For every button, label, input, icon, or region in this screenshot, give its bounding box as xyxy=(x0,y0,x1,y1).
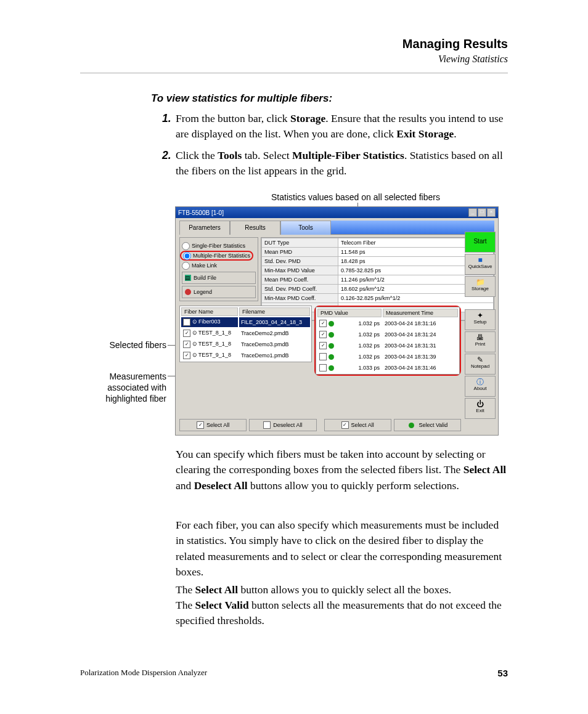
print-icon: 🖶 xyxy=(465,334,495,341)
app-screenshot: FTB-5500B [1-0] _ □ × Parameters Results… xyxy=(175,206,499,436)
page-section-title: Managing Results xyxy=(402,37,508,51)
build-file-button[interactable]: ▤Build File xyxy=(182,272,256,284)
body-paragraph: The Select Valid button selects all the … xyxy=(176,598,508,629)
legend-icon xyxy=(185,289,191,295)
select-all-meas-button[interactable]: ✓Select All xyxy=(324,419,391,431)
tab-tools[interactable]: Tools xyxy=(280,221,331,235)
about-button[interactable]: ⓘAbout xyxy=(465,376,496,397)
folder-icon: 📁 xyxy=(465,278,495,286)
deselect-all-fibers-button[interactable]: Deselect All xyxy=(249,419,316,431)
tab-parameters[interactable]: Parameters xyxy=(179,221,230,235)
stat-label: Mean PMD Coeff. xyxy=(262,275,338,285)
file-icon: ▤ xyxy=(185,275,191,281)
body-paragraph: The Select All button allows you to quic… xyxy=(176,582,508,598)
exit-button[interactable]: ⏻Exit xyxy=(465,398,496,419)
table-row[interactable]: ✓1.032 ps2003-04-24 18:31:24 xyxy=(317,330,458,339)
stat-label: Std. Dev. PMD Coeff. xyxy=(262,285,338,294)
window-titlebar: FTB-5500B [1-0] _ □ × xyxy=(176,207,498,218)
stat-label: Min-Max PMD Value xyxy=(262,266,338,275)
procedure-heading: To view statistics for multiple fibers: xyxy=(151,92,332,105)
fiber-table[interactable]: Fiber NameFilename ✓ ⊙ Fiber003FILE_2003… xyxy=(179,306,312,362)
table-row[interactable]: ✓ ⊙ Fiber003FILE_2003_04_24_18_3 xyxy=(181,317,310,327)
legend-button[interactable]: Legend xyxy=(182,286,256,298)
notepad-icon: ✎ xyxy=(465,356,495,363)
storage-button[interactable]: 📁Storage xyxy=(465,276,496,297)
table-row[interactable]: ✓1.032 ps2003-04-24 18:31:31 xyxy=(317,341,458,351)
fiber-icon: ⊙ xyxy=(192,318,197,325)
body-paragraph: For each fiber, you can also specify whi… xyxy=(176,517,508,580)
col-pmd-value: PMD Value xyxy=(317,309,382,317)
table-row[interactable]: ✓ ⊙ TEST_8_1_8TraceDemo3.pmdB xyxy=(181,339,310,349)
fiber-icon: ⊙ xyxy=(192,352,197,358)
window-title: FTB-5500B [1-0] xyxy=(178,209,224,216)
maximize-icon[interactable]: □ xyxy=(478,208,486,217)
table-row[interactable]: 1.032 ps2003-04-24 18:31:39 xyxy=(317,352,458,362)
notepad-button[interactable]: ✎Notepad xyxy=(465,354,496,375)
tab-bar: Parameters Results Tools xyxy=(179,221,494,235)
stat-label: Std. Dev. PMD xyxy=(262,257,338,266)
stat-label: Min-Max PMD Coeff. xyxy=(262,294,338,303)
col-fiber-name: Fiber Name xyxy=(181,307,238,316)
fiber-icon: ⊙ xyxy=(192,330,197,336)
radio-multiple-fiber[interactable]: Multiple-Fiber Statistics xyxy=(182,252,256,260)
quicksave-button[interactable]: ■QuickSave xyxy=(465,254,496,275)
callout-selected-fibers: Selected fibers xyxy=(92,340,166,350)
header-rule xyxy=(80,73,508,73)
footer-page-number: 53 xyxy=(497,668,508,678)
tools-icon: ✦ xyxy=(465,312,495,319)
close-icon[interactable]: × xyxy=(487,208,496,217)
table-row[interactable]: 1.033 ps2003-04-24 18:31:46 xyxy=(317,363,458,373)
page-subsection-title: Viewing Statistics xyxy=(402,54,508,65)
stats-mode-group: Single-Fiber Statistics Multiple-Fiber S… xyxy=(179,237,258,301)
table-row[interactable]: ✓1.032 ps2003-04-24 18:31:16 xyxy=(317,318,458,328)
stat-label: DUT Type xyxy=(262,238,338,248)
power-icon: ⏻ xyxy=(465,400,495,408)
select-all-fibers-button[interactable]: ✓Select All xyxy=(179,419,247,431)
col-measurement-time: Measurement Time xyxy=(383,309,458,317)
step-text: Click the Tools tab. Select Multiple-Fib… xyxy=(176,149,503,177)
footer-product: Polarization Mode Dispersion Analyzer xyxy=(80,668,207,678)
radio-single-fiber[interactable]: Single-Fiber Statistics xyxy=(182,242,256,250)
tab-results[interactable]: Results xyxy=(230,221,280,235)
setup-button[interactable]: ✦Setup xyxy=(465,309,496,330)
radio-make-link[interactable]: Make Link xyxy=(182,262,256,270)
figure-caption: Statistics values based on all selected … xyxy=(271,192,440,202)
save-icon: ■ xyxy=(465,256,495,264)
print-button[interactable]: 🖶Print xyxy=(465,331,496,352)
step-number: 1. xyxy=(162,111,171,126)
col-filename: Filename xyxy=(239,307,310,316)
select-valid-button[interactable]: Select Valid xyxy=(394,419,461,431)
step-text: From the button bar, click Storage. Ensu… xyxy=(176,112,504,140)
side-toolbar: Start ■QuickSave 📁Storage ✦Setup 🖶Print … xyxy=(465,232,496,420)
table-row[interactable]: ✓ ⊙ TEST_9_1_8TraceDemo1.pmdB xyxy=(181,351,310,360)
start-button[interactable]: Start xyxy=(465,232,496,253)
minimize-icon[interactable]: _ xyxy=(468,208,477,217)
stat-label: Mean PMD xyxy=(262,248,338,257)
body-paragraph: You can specify which fibers must be tak… xyxy=(176,447,508,493)
measurement-table[interactable]: PMD ValueMeasurement Time ✓1.032 ps2003-… xyxy=(316,307,460,375)
info-icon: ⓘ xyxy=(465,378,495,386)
step-number: 2. xyxy=(162,148,171,163)
fiber-icon: ⊙ xyxy=(192,341,197,347)
table-row[interactable]: ✓ ⊙ TEST_8_1_8TraceDemo2.pmdB xyxy=(181,328,310,338)
callout-measurements: Measurements associated with highlighted… xyxy=(92,371,166,405)
